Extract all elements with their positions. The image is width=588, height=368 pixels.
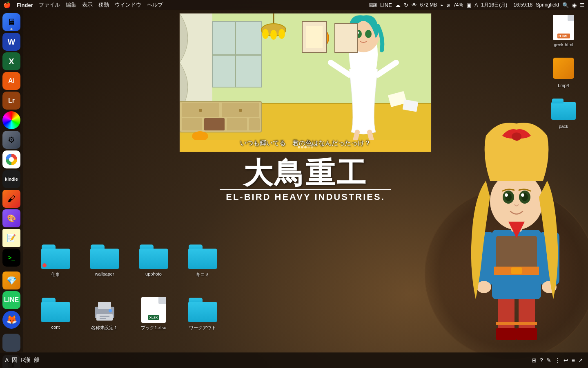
- dock-excel[interactable]: X: [2, 52, 20, 70]
- upphoto-label: upphoto: [145, 272, 162, 276]
- dock-collage[interactable]: [2, 334, 20, 352]
- file-meishou[interactable]: 名称未設定１: [80, 294, 129, 348]
- menubar-go[interactable]: 移動: [98, 1, 109, 9]
- menubar-siri-icon[interactable]: ◉: [572, 2, 577, 8]
- svg-rect-48: [182, 118, 202, 130]
- taskbar-grid-icon[interactable]: ⊞: [532, 357, 537, 364]
- cont-folder-icon: [41, 298, 70, 322]
- dock-firefox[interactable]: 🦊: [2, 311, 20, 329]
- upphoto-folder-icon: [139, 245, 168, 269]
- menubar-window[interactable]: ウインドウ: [115, 1, 141, 9]
- file-t-mp4[interactable]: t.mp4: [547, 55, 580, 88]
- dock-sketch[interactable]: 💎: [2, 272, 20, 289]
- dock-paint2[interactable]: 🎨: [2, 209, 20, 227]
- menubar-eye-icon[interactable]: 👁: [412, 2, 417, 8]
- taskbar-menu-icon[interactable]: ⋮: [555, 357, 560, 364]
- workout-folder-icon: [188, 298, 217, 322]
- menubar-screen-icon[interactable]: ▣: [466, 2, 471, 8]
- svg-rect-4: [496, 322, 517, 325]
- taskbar-edit-icon[interactable]: ✎: [546, 357, 551, 364]
- pack-label: pack: [559, 124, 568, 129]
- logo-area: 大鳥重工 EL-BIRD HEAVY INDUSTRIES.: [187, 158, 424, 202]
- dock-colorwheel[interactable]: [2, 111, 20, 129]
- folder-shigoto[interactable]: 仕事: [31, 241, 80, 294]
- menubar-dropbox-icon[interactable]: ☁: [395, 2, 401, 8]
- svg-point-32: [262, 29, 269, 39]
- menubar-control-icon[interactable]: ☰: [580, 2, 585, 8]
- dock-notepad[interactable]: 📝: [2, 229, 20, 247]
- pack-icon: [550, 96, 577, 122]
- desktop-files: HTML geek.html t.mp4 pack: [547, 14, 580, 129]
- dock-finder[interactable]: 🖥: [2, 13, 20, 31]
- folder-fuyukomi[interactable]: 冬コミ: [178, 241, 227, 294]
- dock-chrome[interactable]: [2, 150, 20, 168]
- file-book1-xlsx[interactable]: XLSX ブック1.xlsx: [129, 294, 178, 348]
- folder-workout[interactable]: ワークアウト: [178, 294, 227, 348]
- character-svg: [449, 115, 588, 352]
- taskbar-left: A 固 R漢 般: [5, 357, 40, 364]
- dock-utility[interactable]: ⚙: [2, 131, 20, 149]
- svg-rect-7: [496, 236, 537, 269]
- dock-lightroom[interactable]: Lr: [2, 92, 20, 110]
- svg-point-16: [512, 132, 521, 141]
- taskbar-kanji[interactable]: 固: [12, 357, 18, 364]
- folder-cont[interactable]: cont: [31, 294, 80, 348]
- xlsx-file-icon: XLSX: [141, 297, 166, 323]
- menubar-view[interactable]: 表示: [82, 1, 93, 9]
- folder-upphoto[interactable]: upphoto: [129, 241, 178, 294]
- svg-point-65: [109, 309, 112, 312]
- video-scene-svg: [180, 13, 431, 140]
- cont-label: cont: [51, 325, 60, 330]
- svg-point-22: [521, 193, 524, 197]
- file-geek-html[interactable]: HTML geek.html: [547, 14, 580, 47]
- menubar-file[interactable]: ファイル: [39, 1, 60, 9]
- taskbar-back-icon[interactable]: ↩: [564, 357, 568, 364]
- svg-rect-64: [100, 318, 106, 319]
- html-file-type: HTML: [557, 34, 570, 38]
- xlsx-type-label: XLSX: [148, 315, 160, 320]
- dock-kindle[interactable]: kindle: [2, 170, 20, 188]
- xlsx-label: ブック1.xlsx: [141, 325, 166, 331]
- taskbar-list-icon[interactable]: ≡: [572, 357, 575, 364]
- svg-point-39: [365, 30, 372, 38]
- taskbar-romaji[interactable]: R漢: [21, 357, 31, 364]
- menubar-edit[interactable]: 編集: [66, 1, 76, 9]
- svg-point-12: [477, 281, 491, 293]
- dock-paint1[interactable]: 🖌: [2, 190, 20, 208]
- shigoto-folder-icon: [41, 245, 70, 269]
- taskbar-help-icon[interactable]: ?: [540, 357, 543, 364]
- taskbar-general[interactable]: 般: [34, 357, 40, 364]
- dock-word[interactable]: W: [2, 33, 20, 51]
- svg-rect-5: [517, 322, 537, 325]
- xlsx-icon-wrap: XLSX: [139, 298, 168, 322]
- menubar-search-icon[interactable]: 🔍: [562, 2, 569, 8]
- menubar-terminal-icon: ⌨: [369, 2, 377, 8]
- svg-rect-2: [496, 328, 517, 340]
- menubar-help[interactable]: ヘルプ: [147, 1, 163, 9]
- desktop-folders-grid: 仕事 wallpaper upphoto 冬コミ: [31, 241, 227, 348]
- wallpaper-label: wallpaper: [95, 272, 114, 276]
- dock-illustrator[interactable]: Ai: [2, 72, 20, 90]
- svg-rect-49: [204, 118, 225, 130]
- apple-menu[interactable]: 🍎: [3, 1, 11, 9]
- dock-line[interactable]: LINE: [2, 291, 20, 309]
- menubar-bluetooth-icon[interactable]: ⌁: [440, 2, 443, 8]
- video-player[interactable]: いつも輝いてる 君の色はなんだったっけ？: [179, 13, 432, 152]
- dock: 🖥 W X Ai Lr ⚙ kind: [0, 10, 23, 352]
- taskbar-fullscreen-icon[interactable]: ↗: [578, 357, 583, 364]
- menubar-finder[interactable]: Finder: [17, 2, 33, 8]
- file-pack[interactable]: pack: [547, 96, 580, 129]
- menubar-wifi-icon[interactable]: ⌀: [447, 2, 450, 8]
- menubar-time: 16:59:18: [514, 2, 533, 8]
- meishou-icon: [90, 298, 119, 322]
- taskbar-input-a[interactable]: A: [5, 357, 9, 364]
- shigoto-notification-dot: [42, 263, 47, 267]
- geek-html-icon: HTML: [550, 14, 577, 40]
- folder-wallpaper[interactable]: wallpaper: [80, 241, 129, 294]
- taskbar-right: ⊞ ? ✎ ⋮ ↩ ≡ ↗: [532, 357, 583, 364]
- menubar-location: Springfield: [536, 2, 559, 8]
- fuyukomi-label: 冬コミ: [196, 272, 209, 278]
- menubar-sync-icon[interactable]: ↻: [404, 2, 408, 8]
- svg-rect-29: [212, 54, 261, 56]
- dock-terminal[interactable]: >_: [2, 249, 20, 267]
